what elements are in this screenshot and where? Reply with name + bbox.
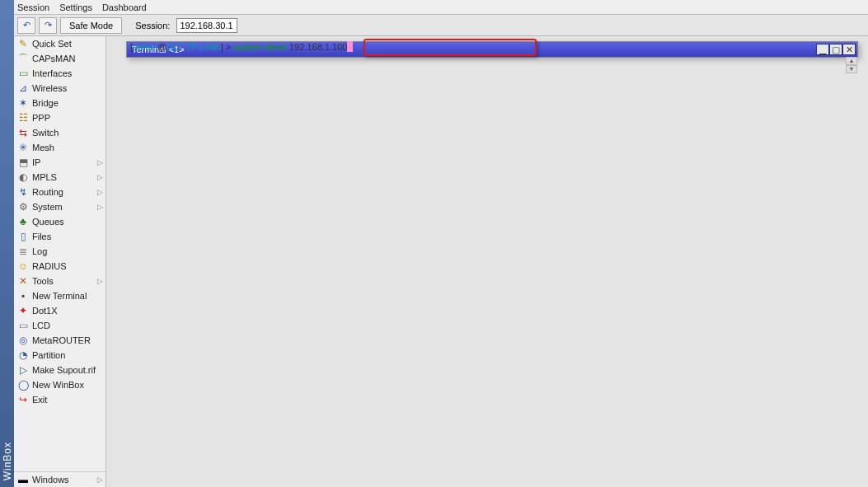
sidebar-item-label: Queues [32,217,103,227]
body: ✎Quick Set⌒CAPsMAN▭Interfaces⊿Wireless✶B… [14,36,868,487]
safe-mode-button[interactable]: Safe Mode [60,17,122,34]
sidebar-item-label: LCD [32,321,103,330]
sidebar-item-lcd[interactable]: ▭LCD [14,318,106,333]
sidebar-item-new-terminal[interactable]: ▪New Terminal [14,288,106,303]
sidebar-item-files[interactable]: ▯Files [14,229,106,244]
exit-icon: ↪ [16,393,30,406]
close-icon: ✕ [846,44,853,55]
sidebar-item-label: Partition [32,350,103,360]
menu-settings[interactable]: Settings [59,2,92,12]
menu-bar: Session Settings Dashboard [14,0,868,15]
sidebar-item-switch[interactable]: ⇆Switch [14,125,106,140]
app-name: WinBox [2,442,13,480]
maximize-icon: ▢ [832,44,840,55]
bridge-icon: ✶ [16,96,30,110]
sidebar-item-ppp[interactable]: ☷PPP [14,110,106,125]
sidebar-item-label: IP [32,157,103,167]
undo-icon: ↶ [23,20,30,30]
chevron-right-icon: ▷ [97,188,103,196]
sidebar-item-label: Wireless [32,83,103,93]
chevron-right-icon: ▷ [97,277,103,285]
sidebar-item-label: Bridge [32,98,103,108]
sidebar-item-mpls[interactable]: ◐MPLS▷ [14,170,106,185]
sidebar-item-label: Files [32,232,103,241]
terminal-line: [admin@OLT TP-LINK] > system telnet 192.… [130,41,353,52]
ip-icon: ⬒ [16,156,30,169]
partition-icon: ◔ [16,349,30,362]
sidebar-item-label: Tools [32,276,103,286]
chevron-right-icon: ▷ [97,203,103,211]
window-buttons: ▁ ▢ ✕ [816,44,856,55]
sidebar-item-label: Exit [32,395,103,405]
session-input[interactable] [176,18,237,33]
close-button[interactable]: ✕ [842,44,856,55]
redo-icon: ↷ [45,20,52,30]
sidebar-item-make-supout-rif[interactable]: ▷Make Supout.rif [14,363,106,377]
sidebar-list: ✎Quick Set⌒CAPsMAN▭Interfaces⊿Wireless✶B… [14,36,106,407]
windows-icon: ▬ [16,473,30,486]
redo-button[interactable]: ↷ [39,17,57,34]
queues-icon: ♣ [16,215,30,228]
sidebar-item-dot1x[interactable]: ✦Dot1X [14,303,106,318]
menu-dashboard[interactable]: Dashboard [102,2,147,12]
undo-button[interactable]: ↶ [17,17,35,34]
content-area: Terminal <1> ▁ ▢ ✕ ▴ ▾ [admin@OLT TP-LIN… [106,36,868,487]
chevron-right-icon: ▷ [97,158,103,166]
sidebar-item-label: PPP [32,113,103,123]
sidebar-item-capsman[interactable]: ⌒CAPsMAN [14,51,106,66]
dot1x-icon: ✦ [16,304,30,317]
scroll-down-button[interactable]: ▾ [846,65,857,73]
sidebar: ✎Quick Set⌒CAPsMAN▭Interfaces⊿Wireless✶B… [14,36,106,487]
mpls-icon: ◐ [16,171,30,184]
sidebar-item-label: MPLS [32,172,103,182]
metarouter-icon: ◎ [16,334,30,347]
terminal-cursor [347,41,353,52]
sidebar-item-label: Make Supout.rif [32,365,103,375]
sidebar-item-exit[interactable]: ↪Exit [14,392,106,407]
log-icon: ≣ [16,245,30,258]
sidebar-item-tools[interactable]: ✕Tools▷ [14,274,106,288]
files-icon: ▯ [16,230,30,243]
sidebar-item-label: Mesh [32,143,103,152]
sidebar-item-label: Routing [32,187,103,197]
toolbar: ↶ ↷ Safe Mode Session: [14,15,868,36]
quick-set-icon: ✎ [16,37,30,50]
sidebar-item-label: Log [32,246,103,256]
system-icon: ⚙ [16,200,30,213]
chevron-right-icon: ▷ [97,475,103,484]
sidebar-item-new-winbox[interactable]: ◯New WinBox [14,377,106,392]
menu-session[interactable]: Session [17,2,49,12]
chevron-right-icon: ▷ [97,173,103,181]
scroll-up-button[interactable]: ▴ [846,57,857,65]
chevron-down-icon: ▾ [850,66,853,73]
sidebar-item-bridge[interactable]: ✶Bridge [14,96,106,110]
main-area: Session Settings Dashboard ↶ ↷ Safe Mode… [14,0,868,487]
sidebar-item-metarouter[interactable]: ◎MetaROUTER [14,333,106,348]
maximize-button[interactable]: ▢ [829,44,842,55]
sidebar-item-routing[interactable]: ↯Routing▷ [14,185,106,199]
sidebar-item-ip[interactable]: ⬒IP▷ [14,155,106,170]
sidebar-item-label: Dot1X [32,306,103,316]
sidebar-item-mesh[interactable]: ✳Mesh [14,140,106,155]
sidebar-item-label: Windows [32,475,103,485]
sidebar-item-label: New Terminal [32,291,103,301]
sidebar-item-interfaces[interactable]: ▭Interfaces [14,66,106,81]
ppp-icon: ☷ [16,111,30,124]
sidebar-item-windows[interactable]: ▬ Windows ▷ [14,472,106,487]
new-winbox-icon: ◯ [16,378,30,391]
capsman-icon: ⌒ [16,52,30,65]
sidebar-item-wireless[interactable]: ⊿Wireless [14,81,106,96]
wireless-icon: ⊿ [16,82,30,95]
minimize-button[interactable]: ▁ [816,44,829,55]
sidebar-item-system[interactable]: ⚙System▷ [14,199,106,214]
sidebar-item-label: Interfaces [32,68,103,78]
interfaces-icon: ▭ [16,67,30,80]
sidebar-item-log[interactable]: ≣Log [14,244,106,259]
sidebar-item-partition[interactable]: ◔Partition [14,348,106,363]
sidebar-item-quick-set[interactable]: ✎Quick Set [14,36,106,51]
sidebar-item-queues[interactable]: ♣Queues [14,214,106,229]
sidebar-item-radius[interactable]: ☺RADIUS [14,259,106,274]
mesh-icon: ✳ [16,141,30,154]
chevron-up-icon: ▴ [850,58,853,64]
switch-icon: ⇆ [16,126,30,139]
